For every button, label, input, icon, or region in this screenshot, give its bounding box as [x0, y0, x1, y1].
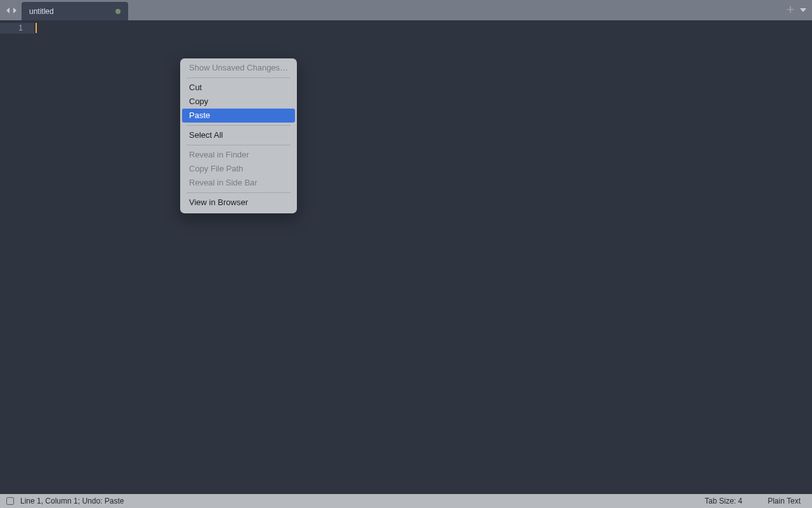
context-menu: Show Unsaved Changes…CutCopyPasteSelect …: [180, 58, 297, 213]
status-tab-size[interactable]: Tab Size: 4: [705, 497, 742, 505]
line-number: 1: [0, 23, 34, 34]
menu-item-reveal-in-side-bar: Reveal in Side Bar: [180, 176, 297, 190]
sidebar-toggle-icon[interactable]: [6, 497, 14, 505]
tab-overflow-icon[interactable]: [799, 4, 807, 16]
menu-item-reveal-in-finder: Reveal in Finder: [180, 148, 297, 162]
menu-item-paste[interactable]: Paste: [182, 109, 295, 123]
new-tab-icon[interactable]: [787, 4, 794, 16]
tab-title: untitled: [29, 7, 54, 16]
status-syntax[interactable]: Plain Text: [768, 497, 801, 505]
status-bar: Line 1, Column 1; Undo: Paste Tab Size: …: [0, 494, 812, 508]
menu-separator: [187, 77, 291, 78]
code-area[interactable]: [34, 20, 812, 494]
editor-area[interactable]: 1: [0, 20, 812, 494]
tab-bar: untitled: [0, 0, 812, 20]
menu-separator: [187, 145, 291, 145]
menu-item-view-in-browser[interactable]: View in Browser: [180, 196, 297, 210]
menu-item-copy[interactable]: Copy: [180, 95, 297, 109]
menu-separator: [187, 125, 291, 126]
menu-item-show-unsaved-changes: Show Unsaved Changes…: [180, 61, 297, 75]
menu-item-select-all[interactable]: Select All: [180, 128, 297, 142]
tab-dirty-indicator-icon: [115, 9, 121, 14]
tab-next-icon[interactable]: [12, 7, 18, 14]
tab-nav-arrows: [0, 0, 22, 20]
gutter: 1: [0, 20, 34, 494]
text-cursor-icon: [36, 23, 37, 33]
status-position[interactable]: Line 1, Column 1; Undo: Paste: [20, 497, 124, 505]
menu-item-cut[interactable]: Cut: [180, 81, 297, 95]
menu-separator: [187, 192, 291, 193]
tab-prev-icon[interactable]: [5, 7, 11, 14]
tab-active[interactable]: untitled: [22, 2, 128, 20]
menu-item-copy-file-path: Copy File Path: [180, 162, 297, 176]
tab-bar-right-controls: [787, 0, 807, 20]
